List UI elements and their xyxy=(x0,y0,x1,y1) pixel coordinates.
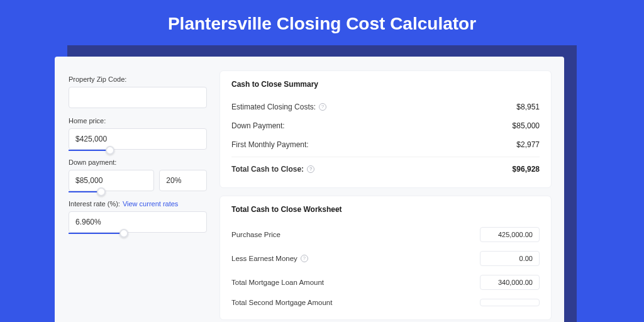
interest-input[interactable] xyxy=(69,211,207,233)
worksheet-row: Purchase Price425,000.00 xyxy=(231,223,540,247)
down-payment-slider[interactable] xyxy=(69,191,154,192)
summary-label: Down Payment: xyxy=(231,121,285,130)
summary-total-value: $96,928 xyxy=(513,165,540,174)
summary-row: Down Payment:$85,000 xyxy=(231,116,540,135)
inputs-panel: Property Zip Code: Home price: Down paym… xyxy=(69,70,207,321)
down-payment-pct-wrap xyxy=(159,170,207,191)
worksheet-row: Less Earnest Money?0.00 xyxy=(231,247,540,270)
summary-value: $85,000 xyxy=(513,121,540,130)
summary-total-label: Total Cash to Close: ? xyxy=(231,165,314,174)
page-title: Plantersville Closing Cost Calculator xyxy=(0,0,644,45)
down-payment-wrap xyxy=(69,170,154,191)
interest-slider[interactable] xyxy=(69,233,207,234)
zip-group: Property Zip Code: xyxy=(69,75,207,108)
home-price-group: Home price: xyxy=(69,117,207,150)
interest-wrap xyxy=(69,211,207,233)
worksheet-value[interactable]: 0.00 xyxy=(480,251,540,266)
worksheet-row: Total Mortgage Loan Amount340,000.00 xyxy=(231,270,540,294)
worksheet-label: Less Earnest Money? xyxy=(231,255,308,262)
zip-label: Property Zip Code: xyxy=(69,75,207,83)
interest-group: Interest rate (%): View current rates xyxy=(69,200,207,233)
home-price-input[interactable] xyxy=(69,128,207,150)
interest-slider-thumb[interactable] xyxy=(119,229,128,238)
down-payment-slider-thumb[interactable] xyxy=(97,187,106,196)
summary-value: $8,951 xyxy=(516,103,540,111)
worksheet-card: Total Cash to Close Worksheet Purchase P… xyxy=(219,196,552,320)
home-price-label: Home price: xyxy=(69,117,207,125)
help-icon[interactable]: ? xyxy=(307,165,314,173)
worksheet-value[interactable] xyxy=(480,299,540,306)
worksheet-value[interactable]: 340,000.00 xyxy=(480,275,540,290)
help-icon[interactable]: ? xyxy=(319,103,326,111)
summary-value: $2,977 xyxy=(516,140,540,149)
interest-label: Interest rate (%): xyxy=(69,200,120,208)
worksheet-value[interactable]: 425,000.00 xyxy=(480,227,540,242)
home-price-slider[interactable] xyxy=(69,150,207,151)
worksheet-label: Total Mortgage Loan Amount xyxy=(231,279,324,286)
summary-label: First Monthly Payment: xyxy=(231,140,309,149)
down-payment-input[interactable] xyxy=(69,170,154,191)
results-panel: Cash to Close Summary Estimated Closing … xyxy=(219,70,552,321)
down-payment-group: Down payment: xyxy=(69,158,207,191)
summary-row: First Monthly Payment:$2,977 xyxy=(231,135,540,154)
summary-total-row: Total Cash to Close: ? $96,928 xyxy=(231,157,540,179)
worksheet-label: Total Second Mortgage Amount xyxy=(231,299,332,306)
worksheet-row: Total Second Mortgage Amount xyxy=(231,294,540,311)
summary-title: Cash to Close Summary xyxy=(231,80,540,89)
home-price-slider-thumb[interactable] xyxy=(106,146,114,155)
calculator-card: Property Zip Code: Home price: Down paym… xyxy=(55,57,564,322)
home-price-wrap xyxy=(69,128,207,150)
summary-row: Estimated Closing Costs:?$8,951 xyxy=(231,97,540,116)
shadow-container: Property Zip Code: Home price: Down paym… xyxy=(67,45,577,322)
help-icon[interactable]: ? xyxy=(301,255,308,262)
summary-card: Cash to Close Summary Estimated Closing … xyxy=(219,70,552,188)
worksheet-label: Purchase Price xyxy=(231,231,280,238)
zip-input[interactable] xyxy=(69,87,207,108)
down-payment-label: Down payment: xyxy=(69,158,207,166)
worksheet-title: Total Cash to Close Worksheet xyxy=(231,205,540,214)
summary-label: Estimated Closing Costs:? xyxy=(231,103,326,111)
down-payment-pct-input[interactable] xyxy=(159,170,207,191)
view-rates-link[interactable]: View current rates xyxy=(123,200,178,208)
